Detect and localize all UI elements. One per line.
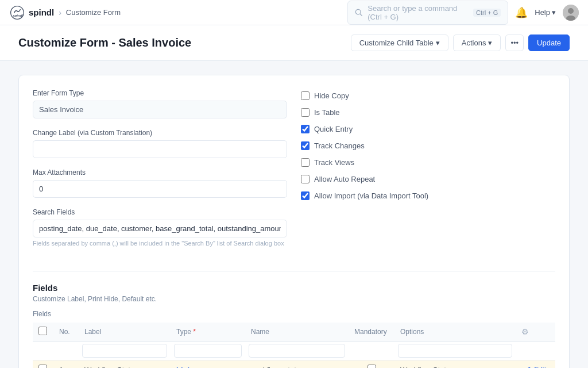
- search-shortcut: Ctrl + G: [473, 9, 501, 17]
- topnav-right: Search or type a command (Ctrl + G) Ctrl…: [347, 1, 579, 25]
- col-options-header: Options: [394, 323, 516, 342]
- row-name: workflow_state: [245, 361, 349, 369]
- checkbox-label-is_table: Is Table: [314, 108, 340, 117]
- form-type-group: Enter Form Type: [33, 89, 287, 118]
- filter-name-input[interactable]: [249, 344, 345, 358]
- avatar[interactable]: [563, 5, 579, 21]
- checkbox-group-allow_import: Allow Import (via Data Import Tool): [301, 191, 555, 200]
- checkbox-group-is_table: Is Table: [301, 108, 555, 117]
- row-edit-cell: Edit: [516, 361, 555, 369]
- select-all-checkbox[interactable]: [38, 327, 47, 335]
- avatar-icon: [563, 5, 579, 21]
- checkboxes-container: Hide CopyIs TableQuick EntryTrack Change…: [301, 91, 555, 200]
- row-label: Workflow State: [79, 361, 171, 369]
- col-label-header: Label: [79, 323, 171, 342]
- page-actions: Customize Child Table ▾ Actions ▾ ••• Up…: [351, 34, 570, 51]
- fields-table-body: 1Workflow StateLinkworkflow_stateWorkflo…: [33, 361, 555, 369]
- checkbox-track_changes[interactable]: [301, 141, 310, 150]
- table-row: 1Workflow StateLinkworkflow_stateWorkflo…: [33, 361, 555, 369]
- row-checkbox-cell: [33, 361, 53, 369]
- row-checkbox[interactable]: [38, 365, 47, 368]
- fields-label: Fields: [33, 310, 555, 318]
- form-two-col: Enter Form Type Change Label (via Custom…: [33, 89, 555, 257]
- mandatory-checkbox[interactable]: [368, 365, 376, 368]
- row-mandatory: [349, 361, 394, 368]
- checkbox-group-track_changes: Track Changes: [301, 141, 555, 150]
- actions-label: Actions: [462, 39, 486, 47]
- checkbox-group-track_views: Track Views: [301, 158, 555, 167]
- filter-options-input[interactable]: [398, 344, 512, 358]
- filter-checkbox-cell: [33, 342, 53, 361]
- form-type-label: Enter Form Type: [33, 89, 287, 97]
- breadcrumb-separator: ›: [59, 8, 61, 17]
- svg-point-4: [568, 8, 574, 14]
- checkbox-label-allow_import: Allow Import (via Data Import Tool): [314, 191, 428, 200]
- row-type: Link: [171, 361, 245, 369]
- row-type-text: Link: [176, 366, 192, 369]
- search-fields-input[interactable]: [33, 220, 287, 237]
- row-no: 1: [53, 361, 79, 369]
- fields-section: Fields Customize Label, Print Hide, Defa…: [33, 271, 555, 368]
- fields-table-filter-row: [33, 342, 555, 361]
- form-type-input[interactable]: [33, 101, 287, 118]
- main-content: Enter Form Type Change Label (via Custom…: [0, 61, 588, 368]
- actions-chevron-icon: ▾: [488, 39, 492, 47]
- filter-type-cell: [171, 342, 245, 361]
- search-fields-group: Search Fields Fields separated by comma …: [33, 208, 287, 247]
- update-button[interactable]: Update: [528, 34, 570, 51]
- search-bar[interactable]: Search or type a command (Ctrl + G) Ctrl…: [347, 1, 508, 25]
- checkbox-hide_copy[interactable]: [301, 91, 310, 100]
- checkbox-track_views[interactable]: [301, 158, 310, 167]
- filter-type-input[interactable]: [174, 344, 242, 358]
- col-checkbox-header: [33, 323, 53, 342]
- col-actions-header: ⚙: [516, 323, 555, 342]
- edit-button[interactable]: Edit: [521, 365, 550, 368]
- gear-icon[interactable]: ⚙: [521, 327, 529, 336]
- filter-label-cell: [79, 342, 171, 361]
- checkbox-label-track_changes: Track Changes: [314, 141, 365, 150]
- customize-child-table-label: Customize Child Table: [359, 39, 434, 47]
- checkbox-is_table[interactable]: [301, 108, 310, 117]
- checkbox-allow_import[interactable]: [301, 191, 310, 200]
- help-button[interactable]: Help ▾: [535, 8, 556, 17]
- checkbox-quick_entry[interactable]: [301, 125, 310, 133]
- actions-button[interactable]: Actions ▾: [453, 34, 501, 51]
- search-icon: [355, 9, 363, 17]
- form-left-col: Enter Form Type Change Label (via Custom…: [33, 89, 287, 257]
- fields-section-subtitle: Customize Label, Print Hide, Default etc…: [33, 295, 555, 303]
- checkbox-group-quick_entry: Quick Entry: [301, 125, 555, 133]
- more-options-button[interactable]: •••: [505, 34, 524, 51]
- fields-table-header-row: No. Label Type * Name Mandatory Options …: [33, 323, 555, 342]
- change-label-group: Change Label (via Custom Translation): [33, 129, 287, 158]
- filter-actions-cell: [516, 342, 555, 361]
- checkbox-group-hide_copy: Hide Copy: [301, 91, 555, 100]
- form-right-col: Hide CopyIs TableQuick EntryTrack Change…: [301, 89, 555, 257]
- page-title: Customize Form - Sales Invoice: [18, 36, 191, 49]
- col-no-header: No.: [53, 323, 79, 342]
- max-attachments-label: Max Attachments: [33, 168, 287, 177]
- change-label-input[interactable]: [33, 140, 287, 158]
- checkbox-group-allow_auto_repeat: Allow Auto Repeat: [301, 175, 555, 183]
- fields-section-title: Fields: [33, 283, 555, 293]
- more-options-icon: •••: [510, 39, 519, 47]
- breadcrumb[interactable]: Customize Form: [66, 8, 121, 17]
- page-header: Customize Form - Sales Invoice Customize…: [0, 25, 588, 61]
- filter-name-cell: [245, 342, 349, 361]
- form-card: Enter Form Type Change Label (via Custom…: [18, 75, 570, 368]
- col-type-header: Type *: [171, 323, 245, 342]
- customize-child-table-button[interactable]: Customize Child Table ▾: [351, 34, 448, 51]
- search-fields-label: Search Fields: [33, 208, 287, 216]
- row-options: Workflow State: [394, 361, 516, 369]
- search-placeholder: Search or type a command (Ctrl + G): [368, 4, 469, 21]
- max-attachments-input[interactable]: [33, 180, 287, 198]
- logo[interactable]: spindl spindl: [9, 5, 54, 21]
- checkbox-label-track_views: Track Views: [314, 158, 354, 167]
- logo-icon: spindl: [9, 5, 25, 21]
- notifications-bell-icon[interactable]: 🔔: [515, 6, 528, 19]
- topnav-left: spindl spindl › Customize Form: [9, 5, 121, 21]
- topnav: spindl spindl › Customize Form Search or…: [0, 0, 588, 25]
- filter-label-input[interactable]: [82, 344, 167, 358]
- svg-text:spindl: spindl: [13, 13, 23, 17]
- checkbox-allow_auto_repeat[interactable]: [301, 175, 310, 183]
- col-mandatory-header: Mandatory: [349, 323, 394, 342]
